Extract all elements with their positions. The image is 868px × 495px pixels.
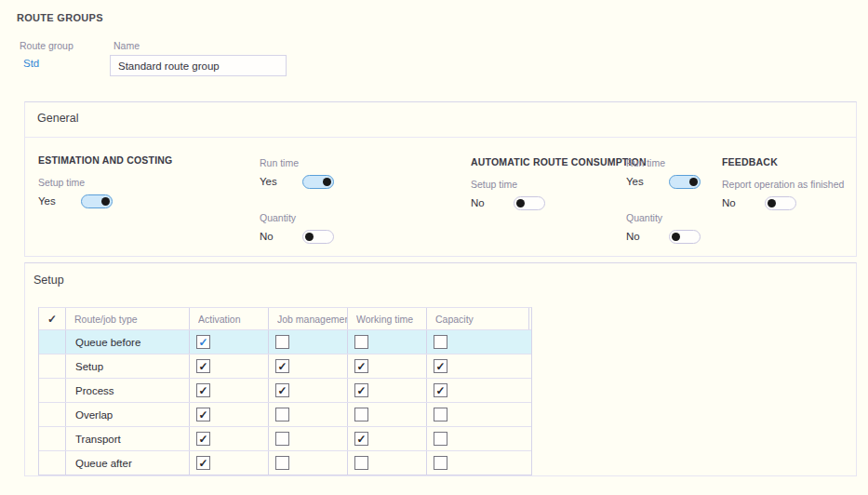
route-job-type-cell[interactable]: Queue before: [66, 330, 190, 354]
section-divider: [25, 137, 856, 138]
setup-time-value: Yes: [38, 195, 81, 207]
quantity-label: Quantity: [626, 212, 662, 223]
setup-time-toggle[interactable]: [514, 196, 545, 210]
table-row[interactable]: Overlap✓: [39, 402, 531, 426]
table-row[interactable]: Transport✓✓: [39, 426, 531, 450]
column-header-activation[interactable]: Activation: [190, 308, 269, 329]
checkbox[interactable]: [434, 432, 447, 446]
row-select-cell[interactable]: [39, 355, 66, 378]
quantity-toggle[interactable]: [669, 230, 701, 244]
setup-section: Setup ✓ Route/job type Activation Job ma…: [24, 262, 857, 476]
row-label: Queue before: [75, 337, 140, 348]
report-operation-toggle[interactable]: [765, 196, 796, 210]
checkbox[interactable]: ✓: [275, 359, 289, 373]
checkbox[interactable]: ✓: [196, 383, 210, 397]
column-header-working-time[interactable]: Working time: [348, 308, 427, 329]
group-header: ESTIMATION AND COSTING: [38, 154, 172, 166]
checkbox[interactable]: ✓: [275, 383, 289, 397]
route-job-type-cell[interactable]: Process: [66, 379, 190, 402]
checkbox-cell: [427, 451, 529, 475]
row-select-cell[interactable]: [39, 330, 66, 354]
checkbox[interactable]: [434, 456, 447, 470]
checkbox[interactable]: [434, 335, 447, 349]
toggle-knob: [672, 233, 680, 241]
general-section: General ESTIMATION AND COSTING Setup tim…: [24, 101, 857, 257]
checkbox-cell: [348, 403, 427, 426]
name-input[interactable]: [110, 55, 287, 76]
setup-time-label: Setup time: [471, 179, 517, 190]
table-row[interactable]: Setup✓✓✓✓: [39, 354, 531, 378]
setup-section-header[interactable]: Setup: [33, 274, 64, 287]
group-header: FEEDBACK: [722, 156, 778, 167]
toggle-knob: [101, 197, 110, 206]
column-header-capacity[interactable]: Capacity: [427, 308, 529, 329]
checkbox-cell: [427, 403, 529, 426]
run-time-toggle[interactable]: [669, 175, 701, 189]
checkbox[interactable]: [275, 456, 289, 470]
route-job-type-cell[interactable]: Setup: [66, 355, 190, 378]
quantity-value: No: [260, 231, 302, 242]
checkbox[interactable]: [275, 408, 289, 421]
route-job-type-cell[interactable]: Transport: [66, 427, 190, 450]
toggle-knob: [305, 233, 314, 241]
checkbox-cell: [348, 330, 427, 354]
checkbox[interactable]: ✓: [196, 432, 210, 446]
checkbox[interactable]: ✓: [196, 359, 210, 373]
grid-header-row: ✓ Route/job type Activation Job manageme…: [39, 308, 531, 329]
quantity-toggle[interactable]: [302, 230, 334, 244]
toggle-knob: [768, 199, 776, 207]
page-title: ROUTE GROUPS: [17, 12, 103, 23]
run-time-toggle[interactable]: [302, 175, 334, 189]
general-section-header[interactable]: General: [37, 112, 78, 125]
run-time-label: Run time: [260, 157, 299, 168]
row-select-cell[interactable]: [39, 379, 66, 402]
checkbox-cell: [269, 403, 348, 426]
checkbox[interactable]: [275, 335, 289, 349]
select-all-header-cell[interactable]: ✓: [39, 308, 66, 329]
checkbox[interactable]: [275, 432, 289, 446]
checkbox-cell: ✓: [190, 451, 269, 475]
setup-time-label: Setup time: [38, 177, 85, 188]
column-header-job-management[interactable]: Job management: [269, 308, 348, 329]
row-select-cell[interactable]: [39, 451, 66, 475]
table-row[interactable]: Queue after✓: [39, 450, 531, 475]
run-time-label: Run time: [626, 157, 665, 168]
checkbox[interactable]: [354, 456, 368, 470]
checkbox-cell: ✓: [190, 427, 269, 450]
checkbox-cell: ✓: [348, 379, 427, 402]
checkbox[interactable]: ✓: [196, 456, 210, 470]
name-label: Name: [114, 40, 140, 51]
setup-time-toggle[interactable]: [81, 194, 113, 208]
checkbox-cell: ✓: [427, 355, 529, 378]
checkbox-cell: ✓: [190, 379, 269, 402]
route-group-value-link[interactable]: Std: [23, 58, 39, 69]
checkbox[interactable]: ✓: [354, 383, 368, 397]
row-select-cell[interactable]: [39, 427, 66, 450]
checkbox[interactable]: [434, 408, 447, 421]
route-job-type-cell[interactable]: Overlap: [66, 403, 190, 426]
checkbox-cell: [269, 427, 348, 450]
checkbox-cell: ✓: [190, 355, 269, 378]
route-group-label: Route group: [20, 40, 73, 51]
checkbox-cell: ✓: [427, 379, 529, 402]
toggle-knob: [516, 199, 525, 207]
checkbox-cell: ✓: [269, 355, 348, 378]
checkbox[interactable]: ✓: [434, 383, 447, 397]
quantity-label: Quantity: [260, 212, 296, 223]
row-select-cell[interactable]: [39, 403, 66, 426]
checkbox[interactable]: [354, 335, 368, 349]
run-time-value: Yes: [260, 176, 302, 187]
checkbox[interactable]: [354, 408, 368, 421]
checkbox[interactable]: ✓: [434, 359, 447, 373]
table-row[interactable]: Process✓✓✓✓: [39, 378, 531, 402]
row-label: Queue after: [75, 458, 132, 469]
column-header-route-job-type[interactable]: Route/job type: [66, 308, 190, 329]
route-job-type-cell[interactable]: Queue after: [66, 451, 190, 475]
quantity-value: No: [626, 231, 669, 242]
checkbox[interactable]: ✓: [354, 432, 368, 446]
checkbox[interactable]: ✓: [196, 335, 210, 349]
row-label: Transport: [75, 434, 121, 445]
checkbox[interactable]: ✓: [196, 408, 210, 421]
table-row[interactable]: Queue before✓: [39, 329, 531, 354]
checkbox[interactable]: ✓: [354, 359, 368, 373]
